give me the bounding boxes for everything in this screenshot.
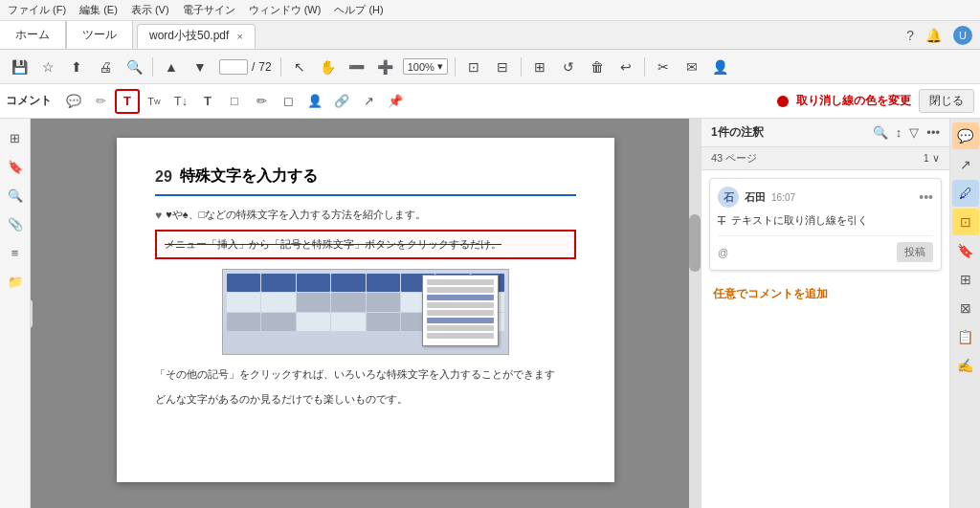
save-button[interactable]: 💾 — [6, 54, 33, 80]
marquee-tool[interactable]: ⊞ — [526, 54, 553, 80]
rp-page-indicator: 43 ページ 1 ∨ — [702, 147, 949, 170]
sidebar-files[interactable]: 📁 — [4, 270, 27, 293]
notification-icon[interactable]: 🔔 — [925, 28, 942, 43]
scrollbar-track[interactable] — [689, 119, 701, 508]
comment-arrow-button[interactable]: ↗ — [356, 89, 381, 114]
sidebar-thumbnails[interactable]: ⊞ — [4, 126, 27, 149]
rotate-tool[interactable]: ↺ — [555, 54, 582, 80]
comment-label: コメント — [6, 93, 52, 109]
rp-post-button[interactable]: 投稿 — [897, 242, 933, 262]
undo-button[interactable]: ↩ — [612, 54, 639, 80]
comment-link-button[interactable]: 🔗 — [329, 89, 354, 114]
delete-tool[interactable]: 🗑 — [584, 54, 611, 80]
comment-textbox-button[interactable]: T↓ — [168, 89, 193, 114]
upload-button[interactable]: ⬆ — [63, 54, 90, 80]
rp-more-icon[interactable]: ••• — [926, 125, 940, 140]
hand-tool[interactable]: ✋ — [315, 54, 342, 80]
pdf-highlight-box: メニュー「挿入」から「記号と特殊文字」ボタンをクリックするだけ。 — [155, 230, 576, 259]
rp-comment-text: テキストに取り消し線を引く — [731, 213, 868, 228]
separator3 — [455, 57, 456, 77]
rp-search-icon[interactable]: 🔍 — [873, 125, 888, 140]
menu-esign[interactable]: 電子サイン — [183, 3, 235, 17]
menu-view[interactable]: 表示 (V) — [131, 3, 169, 17]
rs-highlight-icon[interactable]: 🖊 — [952, 180, 979, 207]
tab-file[interactable]: word小技50.pdf × — [137, 24, 256, 49]
rs-add-icon[interactable]: ⊞ — [952, 266, 979, 293]
intro-text: ♥や♠、□などの特殊文字を入力する方法を紹介します。 — [166, 208, 426, 222]
rp-sort-icon[interactable]: ↕ — [896, 125, 902, 140]
rp-card-header: 石 石田 16:07 ••• — [718, 187, 933, 208]
rs-stamp-icon[interactable]: ⊡ — [952, 209, 979, 235]
tab-tools[interactable]: ツール — [66, 21, 133, 49]
rp-card-more-icon[interactable]: ••• — [919, 189, 933, 205]
user-avatar[interactable]: U — [953, 26, 972, 45]
fit-width-button[interactable]: ⊟ — [489, 54, 516, 80]
menu-window[interactable]: ウィンドウ (W) — [249, 3, 322, 17]
page-indicator: 43 / 72 — [219, 59, 272, 75]
separator — [152, 57, 153, 77]
popup-row — [427, 295, 494, 300]
comment-box-button[interactable]: □ — [222, 89, 247, 114]
page-input[interactable]: 43 — [219, 59, 248, 75]
rp-page-num[interactable]: 1 ∨ — [924, 152, 940, 165]
cell — [331, 274, 365, 292]
share-button[interactable]: ✉ — [679, 54, 705, 80]
sidebar-search[interactable]: 🔍 — [4, 184, 27, 207]
comment-highlight-button[interactable]: ✏ — [88, 89, 113, 114]
tab-close-icon[interactable]: × — [236, 31, 242, 42]
comment-note-button[interactable]: 💬 — [61, 89, 86, 114]
tab-home[interactable]: ホーム — [0, 21, 66, 49]
print-button[interactable]: 🖨 — [92, 54, 119, 80]
sidebar-bookmarks[interactable]: 🔖 — [4, 155, 27, 178]
close-button[interactable]: 閉じる — [919, 89, 974, 113]
rp-reply-placeholder[interactable]: @ — [718, 247, 897, 258]
next-page-button[interactable]: ▼ — [187, 54, 213, 80]
fit-page-button[interactable]: ⊡ — [460, 54, 487, 80]
zoom-display[interactable]: 100% ▾ — [403, 58, 448, 75]
rp-author-info: 石 石田 16:07 — [718, 187, 795, 208]
help-icon[interactable]: ? — [906, 28, 914, 43]
screenshot-popup — [422, 275, 499, 346]
scrollbar-thumb[interactable] — [689, 214, 701, 272]
rs-comment-icon[interactable]: 💬 — [952, 122, 979, 149]
comment-pin-button[interactable]: 📌 — [383, 89, 408, 114]
comment-text-button[interactable]: T — [115, 89, 140, 114]
cell — [367, 293, 400, 311]
sidebar-annotations[interactable]: 📎 — [4, 212, 27, 235]
rs-bookmark-icon[interactable]: 🔖 — [952, 237, 979, 264]
user-button[interactable]: 👤 — [707, 54, 734, 80]
rs-share-icon[interactable]: ↗ — [952, 151, 979, 178]
rp-header: 1件の注釈 🔍 ↕ ▽ ••• — [702, 119, 949, 147]
menu-help[interactable]: ヘルプ (H) — [334, 3, 383, 17]
comment-stamp-button[interactable]: 👤 — [302, 89, 327, 114]
cell — [227, 313, 260, 331]
zoom-dropdown-icon[interactable]: ▾ — [437, 60, 443, 73]
section-title-text: 特殊文字を入力する — [180, 166, 318, 187]
highlight-text: メニュー「挿入」から「記号と特殊文字」ボタンをクリックするだけ。 — [165, 238, 501, 250]
right-panel: 1件の注釈 🔍 ↕ ▽ ••• 43 ページ 1 ∨ 石 石田 16:07 ••… — [701, 119, 949, 508]
scroll-left-arrow[interactable]: ◀ — [31, 299, 33, 328]
menu-edit[interactable]: 編集 (E) — [79, 3, 118, 17]
zoom-in-button[interactable]: ➕ — [372, 54, 399, 80]
rp-comment-time: 16:07 — [771, 192, 795, 203]
rs-redact-icon[interactable]: ⊠ — [952, 295, 979, 321]
prev-page-button[interactable]: ▲ — [158, 54, 185, 80]
sidebar-layers[interactable]: ≡ — [4, 241, 27, 264]
rp-filter-icon[interactable]: ▽ — [909, 125, 919, 140]
menu-file[interactable]: ファイル (F) — [8, 3, 66, 17]
comment-t2-button[interactable]: T — [195, 89, 220, 114]
bookmark-button[interactable]: ☆ — [34, 54, 61, 80]
comment-eraser-button[interactable]: ◻ — [276, 89, 301, 114]
cursor-tool[interactable]: ↖ — [286, 54, 313, 80]
rs-form-icon[interactable]: 📋 — [952, 323, 979, 350]
comment-typewriter-button[interactable]: Tw — [142, 89, 167, 114]
rs-sign-icon[interactable]: ✍ — [952, 352, 979, 379]
zoom-out2-button[interactable]: ➖ — [344, 54, 370, 80]
redact-button[interactable]: ✂ — [650, 54, 677, 80]
strikethrough-label: 取り消し線の色を変更 — [796, 93, 911, 109]
section-number: 29 — [155, 168, 172, 186]
cell — [261, 313, 295, 331]
comment-pencil-button[interactable]: ✏ — [249, 89, 274, 114]
rp-reply-area: @ 投稿 — [718, 235, 933, 262]
zoom-out-button[interactable]: 🔍 — [121, 54, 147, 80]
